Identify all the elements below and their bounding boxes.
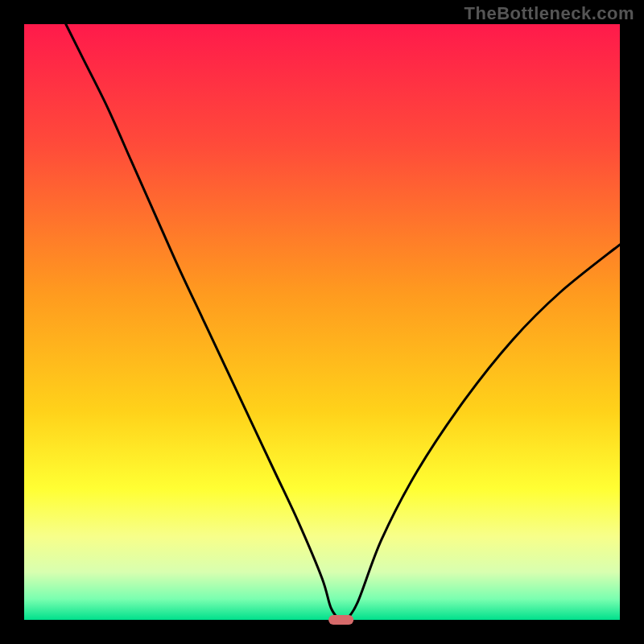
watermark-text: TheBottleneck.com	[464, 3, 634, 24]
bottleneck-chart	[0, 0, 644, 644]
result-marker	[328, 615, 353, 625]
chart-container: TheBottleneck.com	[0, 0, 644, 644]
